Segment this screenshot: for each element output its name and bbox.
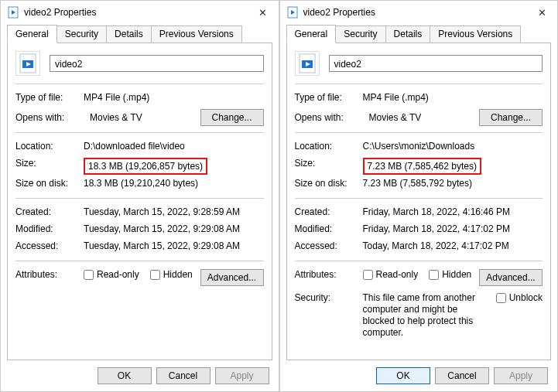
tabs: General Security Details Previous Versio…: [1, 24, 279, 43]
tab-details[interactable]: Details: [385, 26, 431, 43]
tab-general[interactable]: General: [7, 25, 57, 43]
readonly-checkbox[interactable]: Read-only: [363, 269, 419, 280]
ok-button[interactable]: OK: [376, 367, 430, 384]
location-label: Location:: [295, 141, 363, 152]
location-label: Location:: [15, 141, 84, 152]
unblock-label: Unblock: [509, 292, 543, 303]
accessed-label: Accessed:: [15, 240, 84, 251]
readonly-label: Read-only: [376, 269, 419, 280]
opens-with-value: Movies & TV: [90, 112, 194, 123]
cancel-button[interactable]: Cancel: [435, 367, 489, 384]
window-title: video2 Properties: [24, 7, 252, 18]
attributes-label: Attributes:: [15, 269, 84, 280]
accessed-value: Tuesday, March 15, 2022, 9:29:08 AM: [84, 240, 264, 251]
close-icon[interactable]: ✕: [531, 3, 553, 22]
ok-button[interactable]: OK: [98, 367, 152, 384]
change-button[interactable]: Change...: [479, 109, 543, 126]
tab-security[interactable]: Security: [335, 26, 385, 43]
created-label: Created:: [295, 206, 363, 217]
hidden-label: Hidden: [163, 269, 193, 280]
tab-previous-versions[interactable]: Previous Versions: [430, 26, 521, 43]
created-label: Created:: [15, 206, 84, 217]
location-value: D:\downloaded file\video: [84, 141, 264, 152]
size-label: Size:: [295, 158, 363, 169]
tab-previous-versions[interactable]: Previous Versions: [151, 26, 242, 43]
dialog-footer: OK Cancel Apply: [280, 360, 558, 391]
video-file-icon: [7, 6, 19, 19]
apply-button[interactable]: Apply: [494, 367, 548, 384]
filename-input[interactable]: video2: [329, 55, 543, 72]
size-on-disk-value: 7.23 MB (7,585,792 bytes): [363, 178, 543, 189]
type-of-file-value: MP4 File (.mp4): [363, 92, 543, 103]
accessed-label: Accessed:: [295, 240, 363, 251]
modified-value: Friday, March 18, 2022, 4:17:02 PM: [363, 223, 543, 234]
hidden-label: Hidden: [442, 269, 471, 280]
close-icon[interactable]: ✕: [252, 3, 274, 22]
titlebar[interactable]: video2 Properties ✕: [1, 1, 279, 24]
window-title: video2 Properties: [303, 7, 532, 18]
hidden-checkbox[interactable]: Hidden: [150, 269, 193, 280]
modified-value: Tuesday, March 15, 2022, 9:29:08 AM: [84, 223, 264, 234]
size-on-disk-value: 18.3 MB (19,210,240 bytes): [84, 178, 264, 189]
size-value: 18.3 MB (19,206,857 bytes): [84, 158, 207, 175]
tab-general[interactable]: General: [286, 25, 337, 43]
security-note: This file came from another computer and…: [363, 292, 496, 339]
properties-dialog-left: video2 Properties ✕ General Security Det…: [0, 0, 279, 392]
apply-button[interactable]: Apply: [215, 367, 269, 384]
change-button[interactable]: Change...: [200, 109, 264, 126]
dialog-footer: OK Cancel Apply: [1, 360, 279, 391]
general-pane: video2 Type of file:MP4 File (.mp4) Open…: [7, 43, 272, 360]
modified-label: Modified:: [295, 223, 363, 234]
unblock-checkbox[interactable]: Unblock: [496, 292, 543, 303]
tab-security[interactable]: Security: [56, 26, 107, 43]
location-value: C:\Users\moniz\Downloads: [363, 141, 543, 152]
size-on-disk-label: Size on disk:: [295, 178, 363, 189]
titlebar[interactable]: video2 Properties ✕: [280, 1, 558, 24]
size-value: 7.23 MB (7,585,462 bytes): [363, 158, 481, 175]
created-value: Friday, March 18, 2022, 4:16:46 PM: [363, 206, 543, 217]
created-value: Tuesday, March 15, 2022, 9:28:59 AM: [84, 206, 264, 217]
attributes-label: Attributes:: [295, 269, 363, 280]
video-file-icon: [15, 51, 40, 76]
filename-input[interactable]: video2: [50, 55, 264, 72]
properties-dialog-right: video2 Properties ✕ General Security Det…: [279, 0, 559, 392]
video-file-icon: [295, 51, 320, 76]
opens-with-label: Opens with:: [295, 112, 363, 123]
type-of-file-label: Type of file:: [295, 92, 363, 103]
advanced-button[interactable]: Advanced...: [200, 269, 264, 286]
type-of-file-label: Type of file:: [15, 92, 84, 103]
opens-with-label: Opens with:: [15, 112, 84, 123]
readonly-label: Read-only: [97, 269, 139, 280]
modified-label: Modified:: [15, 223, 84, 234]
size-on-disk-label: Size on disk:: [15, 178, 84, 189]
tabs: General Security Details Previous Versio…: [280, 24, 558, 43]
size-label: Size:: [15, 158, 84, 169]
advanced-button[interactable]: Advanced...: [479, 269, 543, 286]
readonly-checkbox[interactable]: Read-only: [84, 269, 139, 280]
video-file-icon: [286, 6, 299, 19]
security-label: Security:: [295, 292, 363, 303]
hidden-checkbox[interactable]: Hidden: [429, 269, 471, 280]
general-pane: video2 Type of file:MP4 File (.mp4) Open…: [286, 43, 552, 360]
cancel-button[interactable]: Cancel: [156, 367, 211, 384]
type-of-file-value: MP4 File (.mp4): [84, 92, 264, 103]
opens-with-value: Movies & TV: [369, 112, 474, 123]
tab-details[interactable]: Details: [106, 26, 152, 43]
accessed-value: Today, March 18, 2022, 4:17:02 PM: [363, 240, 543, 251]
